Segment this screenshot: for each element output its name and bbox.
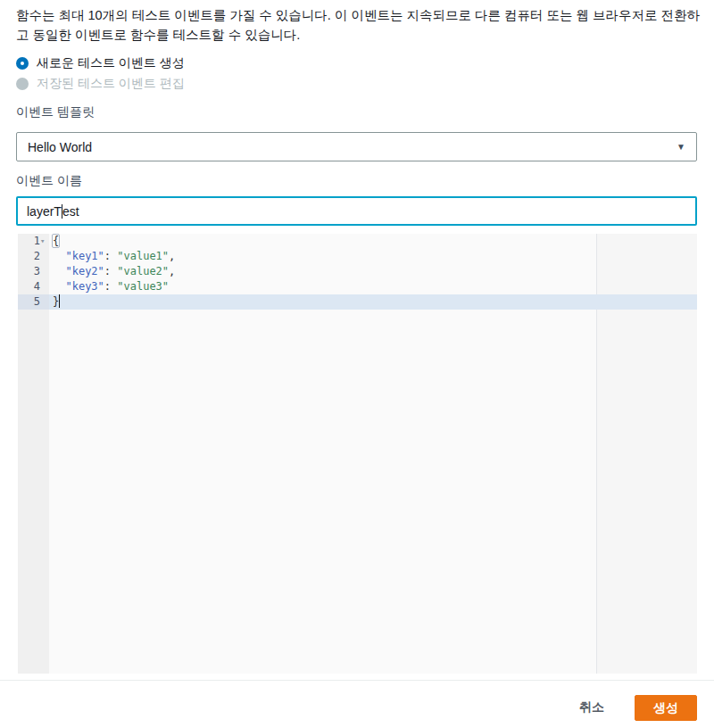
event-name-value-before-cursor: layerT bbox=[27, 204, 62, 219]
radio-edit-saved-event-label: 저장된 테스트 이벤트 편집 bbox=[37, 76, 185, 92]
radio-new-test-event[interactable]: 새로운 테스트 이벤트 생성 bbox=[16, 54, 185, 72]
event-template-value: Hello World bbox=[28, 140, 92, 154]
json-code-editor[interactable]: 1▾ 2 3 4 5 { "key1": "value1", "key2": "… bbox=[18, 234, 697, 674]
line-number-5: 5 bbox=[18, 294, 49, 310]
matched-bracket: { bbox=[53, 235, 59, 247]
radio-selected-icon[interactable] bbox=[16, 57, 29, 70]
chevron-down-icon: ▼ bbox=[677, 142, 685, 152]
event-name-value-after-cursor: est bbox=[62, 204, 79, 219]
line-number-2: 2 bbox=[18, 249, 49, 264]
code-line-5: } bbox=[49, 294, 697, 310]
code-line-1: { bbox=[49, 234, 697, 249]
radio-disabled-icon bbox=[16, 78, 29, 90]
radio-edit-saved-event[interactable]: 저장된 테스트 이벤트 편집 bbox=[16, 75, 185, 93]
line-number-4: 4 bbox=[18, 279, 49, 294]
editor-code-area[interactable]: { "key1": "value1", "key2": "value2", "k… bbox=[49, 234, 697, 674]
code-line-2: "key1": "value1", bbox=[49, 249, 697, 264]
line-number-3: 3 bbox=[18, 264, 49, 279]
footer-divider bbox=[0, 680, 714, 681]
editor-cursor bbox=[59, 294, 60, 308]
dialog-footer: 취소 생성 bbox=[0, 694, 714, 721]
create-button[interactable]: 생성 bbox=[635, 695, 697, 721]
dialog-description: 함수는 최대 10개의 테스트 이벤트를 가질 수 있습니다. 이 이벤트는 지… bbox=[16, 5, 702, 45]
line-number-1: 1▾ bbox=[18, 234, 49, 249]
code-line-4: "key3": "value3" bbox=[49, 279, 697, 294]
event-template-select[interactable]: Hello World ▼ bbox=[16, 132, 697, 161]
create-test-event-dialog: 함수는 최대 10개의 테스트 이벤트를 가질 수 있습니다. 이 이벤트는 지… bbox=[0, 0, 714, 728]
radio-new-test-event-label: 새로운 테스트 이벤트 생성 bbox=[37, 55, 185, 71]
editor-gutter: 1▾ 2 3 4 5 bbox=[18, 234, 49, 674]
event-template-label: 이벤트 템플릿 bbox=[16, 104, 95, 120]
event-name-input[interactable]: layerTest bbox=[16, 196, 697, 226]
fold-arrow-icon[interactable]: ▾ bbox=[40, 234, 49, 249]
code-line-3: "key2": "value2", bbox=[49, 264, 697, 279]
cancel-button[interactable]: 취소 bbox=[579, 699, 604, 716]
event-name-label: 이벤트 이름 bbox=[16, 173, 82, 189]
